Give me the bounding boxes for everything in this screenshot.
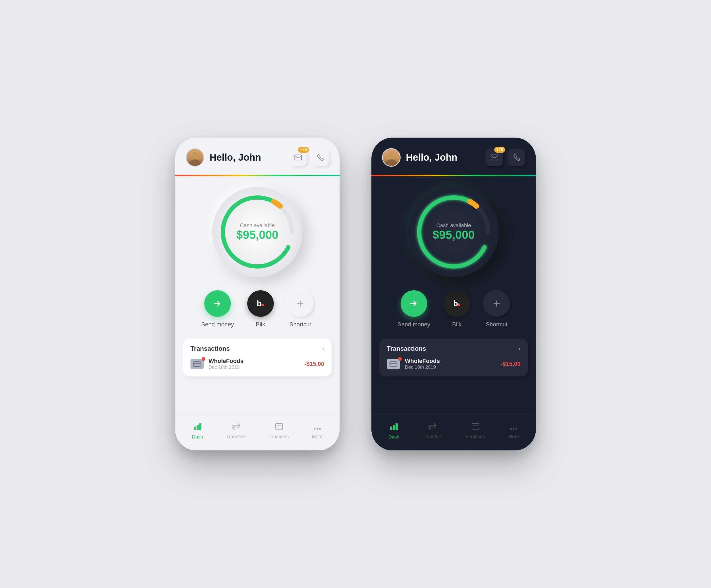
svg-rect-6 [194, 427, 196, 430]
dark-more-icon [510, 423, 517, 432]
dark-gauge-label: Cash available [432, 222, 475, 228]
plus-icon [296, 299, 305, 308]
dark-phone-icon [513, 154, 520, 161]
nav-dash[interactable]: Dash [187, 420, 209, 443]
dark-dash-icon [390, 423, 398, 432]
dark-blik-btn[interactable]: b [444, 290, 470, 317]
dark-mail-button[interactable]: 179 [486, 149, 503, 166]
dark-transfers-icon [428, 423, 437, 432]
chevron-right-icon[interactable]: › [322, 345, 324, 352]
dash-label: Dash [192, 434, 203, 440]
svg-point-23 [510, 428, 512, 430]
light-gauge-wrapper: Cash available $95,000 [212, 187, 302, 277]
dark-chevron-right-icon[interactable]: › [518, 345, 520, 352]
dark-phone-button[interactable] [508, 149, 525, 166]
greeting: Hello, John [210, 152, 284, 163]
shortcut-label: Shortcut [289, 321, 311, 328]
dark-bottom-nav: Dash Transfers [371, 415, 536, 450]
send-money-btn[interactable] [204, 290, 231, 317]
dark-gauge-section: Cash available $95,000 [371, 179, 536, 285]
dark-greeting: Hello, John [406, 152, 481, 163]
dark-gauge-amount: $95,000 [432, 228, 475, 241]
blik-action[interactable]: b Blik [247, 290, 274, 328]
shortcut-btn[interactable] [287, 290, 314, 317]
nav-transfers[interactable]: Transfers [221, 421, 252, 442]
transfers-label: Transfers [226, 434, 246, 439]
svg-point-11 [317, 428, 318, 430]
dark-send-money-btn[interactable] [401, 290, 427, 317]
mail-button[interactable]: 179 [290, 149, 307, 166]
svg-rect-13 [491, 155, 498, 160]
dark-gauge-center: Cash available $95,000 [432, 222, 475, 241]
card-icon [193, 361, 201, 367]
more-icon [314, 423, 321, 432]
dark-more-label: More [508, 434, 519, 439]
dark-finances-icon [472, 423, 479, 432]
dark-nav-finances[interactable]: Finances [460, 421, 490, 442]
dark-mail-badge: 179 [494, 147, 505, 153]
dark-card-icon [389, 361, 397, 367]
transaction-date: Dec 10th 2019 [209, 364, 300, 370]
dark-shortcut-label: Shortcut [486, 321, 508, 328]
blik-btn[interactable]: b [247, 290, 274, 317]
dark-blik-action[interactable]: b Blik [444, 290, 470, 328]
light-gauge-label: Cash available [236, 222, 278, 228]
light-gauge-center: Cash available $95,000 [236, 222, 278, 241]
svg-rect-7 [197, 425, 199, 430]
dark-shortcut-action[interactable]: Shortcut [483, 290, 510, 328]
nav-more[interactable]: More [306, 421, 328, 442]
light-transactions: Transactions › WholeFoods Dec 10th 2019 [183, 339, 331, 377]
dark-blik-logo: b [453, 299, 460, 308]
blik-label: Blik [256, 321, 265, 328]
send-money-label: Send money [201, 321, 234, 328]
dark-gradient-bar [371, 175, 536, 176]
light-bottom-nav: Dash Transfers [175, 415, 340, 450]
dark-send-money-action[interactable]: Send money [397, 290, 430, 328]
svg-rect-9 [276, 423, 283, 430]
dark-transactions-title: Transactions [387, 345, 426, 352]
dark-transaction-row: WholeFoods Dec 10th 2019 -$15,00 [387, 358, 520, 370]
svg-rect-8 [199, 423, 201, 430]
dark-blik-label: Blik [452, 321, 461, 328]
mail-icon [295, 155, 302, 160]
phone-icon [317, 154, 324, 161]
light-gauge-amount: $95,000 [236, 228, 278, 241]
light-phone: Hello, John 179 [175, 138, 340, 450]
dark-nav-dash[interactable]: Dash [383, 420, 405, 443]
dark-gauge-wrapper: Cash available $95,000 [409, 187, 499, 277]
more-label: More [312, 434, 323, 439]
send-money-icon [212, 298, 223, 309]
finances-label: Finances [269, 434, 289, 439]
shortcut-action[interactable]: Shortcut [287, 290, 314, 328]
transaction-name: WholeFoods [209, 358, 300, 364]
dark-avatar [382, 148, 401, 167]
dark-send-money-icon [409, 298, 419, 309]
transfers-icon [232, 423, 240, 432]
light-header: Hello, John 179 [175, 138, 340, 172]
header-icons: 179 [290, 149, 329, 166]
dark-plus-icon [492, 299, 501, 308]
phone-button[interactable] [312, 149, 329, 166]
svg-point-25 [515, 428, 517, 430]
nav-finances[interactable]: Finances [264, 421, 294, 442]
svg-rect-19 [390, 427, 392, 430]
dark-mail-icon [491, 155, 498, 160]
svg-rect-21 [395, 423, 398, 430]
dark-shortcut-btn[interactable] [483, 290, 510, 317]
dark-transactions-header: Transactions › [387, 345, 520, 352]
gradient-bar [175, 175, 340, 176]
dark-nav-more[interactable]: More [503, 421, 524, 442]
dark-nav-transfers[interactable]: Transfers [417, 421, 448, 442]
dark-transaction-info: WholeFoods Dec 10th 2019 [405, 358, 496, 370]
light-phone-content: Hello, John 179 [175, 138, 340, 450]
dark-transaction-icon [387, 359, 400, 369]
svg-point-10 [314, 428, 316, 430]
dark-transaction-amount: -$15,00 [501, 361, 520, 367]
svg-rect-0 [295, 155, 302, 160]
dark-header-icons: 179 [486, 149, 525, 166]
dark-transaction-date: Dec 10th 2019 [405, 364, 496, 370]
svg-point-12 [319, 428, 321, 430]
send-money-action[interactable]: Send money [201, 290, 234, 328]
svg-rect-20 [393, 425, 395, 430]
dark-finances-label: Finances [466, 434, 485, 439]
